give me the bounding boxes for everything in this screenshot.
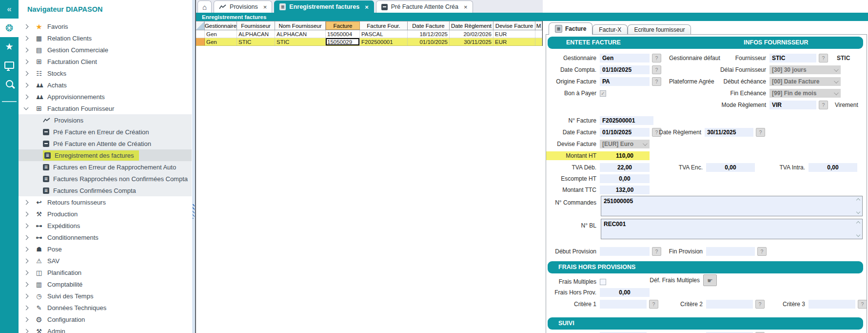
sidebar-item-sav[interactable]: SAV <box>19 255 192 267</box>
rail-screens-button[interactable] <box>0 56 19 74</box>
chevron-right-icon[interactable] <box>24 317 29 322</box>
chevron-right-icon[interactable] <box>24 329 29 333</box>
debut-provision-input[interactable] <box>600 247 650 256</box>
sidebar-item-stocks[interactable]: Stocks <box>19 67 192 79</box>
chevron-right-icon[interactable] <box>24 305 29 310</box>
rail-search-button[interactable] <box>0 74 19 93</box>
sidebar-item-planification[interactable]: Planification <box>19 267 192 278</box>
montant-ht-input[interactable]: 110,00 <box>600 151 650 160</box>
sidebar-item-suivi-des-temps[interactable]: Suivi des Temps <box>19 290 192 302</box>
chevron-down-icon[interactable] <box>24 105 29 110</box>
frais-hors-prov-input[interactable]: 0,00 <box>600 288 650 297</box>
chevron-right-icon[interactable] <box>24 59 29 64</box>
row-selector-cell[interactable] <box>196 30 205 38</box>
tab-pre-facture-attente[interactable]: Pré Facture Attente Créa × <box>376 0 473 13</box>
fournisseur-input[interactable]: STIC <box>769 54 816 62</box>
selector-column-header[interactable] <box>196 21 205 30</box>
lookup-button[interactable] <box>858 300 867 309</box>
close-icon[interactable]: × <box>263 3 267 11</box>
close-icon[interactable]: × <box>464 3 468 11</box>
def-frais-multiples-button[interactable] <box>703 274 717 286</box>
sidebar-item-pre-facture-attente[interactable]: Pré Facture en Attente de Création <box>19 138 192 149</box>
tab-enregistrement-factures[interactable]: Enregistrement factures × <box>274 0 374 13</box>
montant-ttc-input[interactable]: 132,00 <box>600 186 650 194</box>
fin-echeance-select[interactable]: [99] Fin de mois <box>769 89 841 98</box>
sidebar-item-favoris[interactable]: Favoris <box>19 21 192 32</box>
mode-reglement-input[interactable]: VIR <box>769 101 816 109</box>
sidebar-item-comptabilite[interactable]: Comptabilité <box>19 278 192 290</box>
n-bl-textarea[interactable]: REC001 <box>601 219 863 239</box>
devise-facture-select[interactable]: [EUR] Euro <box>600 140 650 148</box>
critere-2-input[interactable] <box>706 300 753 309</box>
calendar-lookup-button[interactable] <box>652 65 661 74</box>
calendar-lookup-button[interactable] <box>756 128 765 137</box>
chevron-right-icon[interactable] <box>24 282 29 287</box>
panel-tab-ecriture-fournisseur[interactable]: Ecriture fournisseur <box>628 24 691 35</box>
rail-favorites-button[interactable]: ★ <box>0 37 19 56</box>
chevron-right-icon[interactable] <box>24 235 29 240</box>
sidebar-item-factures-confirmees[interactable]: Factures Confirmées Compta <box>19 185 192 196</box>
sidebar-item-production[interactable]: Production <box>19 208 192 220</box>
row-selector-cell[interactable] <box>196 38 205 45</box>
calendar-lookup-button[interactable] <box>757 247 767 256</box>
critere-1-input[interactable] <box>600 300 647 309</box>
chevron-right-icon[interactable] <box>24 200 29 205</box>
col-header-nom-fournisseur[interactable]: Nom Fournisseur <box>275 21 326 30</box>
rail-navigator-button[interactable]: ❂ <box>0 19 19 37</box>
col-header-facture-four[interactable]: Facture Four. <box>360 21 408 30</box>
splitter-grip[interactable] <box>193 204 195 219</box>
sidebar-item-expeditions[interactable]: Expéditions <box>19 220 192 231</box>
lookup-button[interactable] <box>652 77 661 86</box>
chevron-right-icon[interactable] <box>24 71 29 76</box>
sidebar-item-enregistrement-factures[interactable]: Enregistrement des factures <box>19 149 192 161</box>
scroll-up-icon[interactable] <box>856 198 860 202</box>
fin-provision-input[interactable] <box>706 247 755 256</box>
n-facture-input[interactable]: F202500001 <box>600 116 653 125</box>
lookup-button[interactable] <box>652 54 661 62</box>
scroll-down-icon[interactable] <box>856 233 860 237</box>
sidebar-item-pre-facture-erreur[interactable]: Pré Facture en Erreur de Création <box>19 126 192 138</box>
col-header-gestionnaire[interactable]: Gestionnaire <box>205 21 237 30</box>
chevron-right-icon[interactable] <box>24 258 29 263</box>
origine-facture-input[interactable]: PA <box>600 77 650 86</box>
sidebar-item-facturation-fournisseur[interactable]: Facturation Fournisseur <box>19 103 192 114</box>
panel-tab-factur-x[interactable]: Factur-X <box>592 24 628 35</box>
chevron-right-icon[interactable] <box>24 223 29 228</box>
panel-tab-facture[interactable]: Facture <box>549 22 592 35</box>
sidebar-item-gestion-commerciale[interactable]: Gestion Commerciale <box>19 44 192 56</box>
tab-provisions[interactable]: Provisions × <box>214 0 272 13</box>
home-tab[interactable]: ⌂ <box>197 0 212 13</box>
bon-a-payer-checkbox[interactable] <box>600 90 606 97</box>
sidebar-item-approvisionnements[interactable]: Approvisionnements <box>19 91 192 103</box>
chevron-right-icon[interactable] <box>24 211 29 216</box>
sidebar-splitter[interactable] <box>192 0 196 333</box>
lookup-button[interactable] <box>819 101 828 109</box>
col-header-facture[interactable]: Facture <box>326 21 360 30</box>
sidebar-item-retours-fournisseurs[interactable]: Retours fournisseurs <box>19 196 192 208</box>
col-header-fournisseur[interactable]: Fournisseur <box>237 21 275 30</box>
chevron-right-icon[interactable] <box>24 293 29 298</box>
scroll-down-icon[interactable] <box>856 210 860 214</box>
sidebar-item-pose[interactable]: Pose <box>19 243 192 255</box>
n-commandes-textarea[interactable]: 251000005 <box>601 196 863 216</box>
lookup-button[interactable] <box>819 54 828 62</box>
col-header-date-reglement[interactable]: Date Règlement <box>450 21 493 30</box>
date-compta-input[interactable]: 01/10/2025 <box>600 65 650 74</box>
escompte-ht-input[interactable]: 0,00 <box>600 174 650 183</box>
sidebar-item-provisions[interactable]: Provisions <box>19 114 192 126</box>
table-row-selected[interactable]: Gen STIC STIC 15050029 F202500001 01/10/… <box>196 38 542 46</box>
col-header-date-facture[interactable]: Date Facture <box>408 21 450 30</box>
tva-enc-input[interactable]: 0,00 <box>706 163 755 172</box>
tva-intra-input[interactable]: 0,00 <box>809 163 857 172</box>
chevron-right-icon[interactable] <box>24 24 29 29</box>
critere-3-input[interactable] <box>809 300 855 309</box>
chevron-right-icon[interactable] <box>24 270 29 275</box>
sidebar-item-admin[interactable]: Admin <box>19 325 192 333</box>
sidebar-item-factures-rapprochees[interactable]: Factures Rapprochées non Confirmées Comp… <box>19 173 192 185</box>
col-header-montant[interactable]: M <box>535 21 542 30</box>
sidebar-item-donnees-techniques[interactable]: Données Techniques <box>19 302 192 313</box>
col-header-devise-facture[interactable]: Devise Facture <box>493 21 535 30</box>
table-row[interactable]: Gen ALPHACAN ALPHACAN 15050004 PASCAL 18… <box>196 30 542 38</box>
chevron-right-icon[interactable] <box>24 47 29 52</box>
frais-multiples-checkbox[interactable] <box>600 279 606 285</box>
